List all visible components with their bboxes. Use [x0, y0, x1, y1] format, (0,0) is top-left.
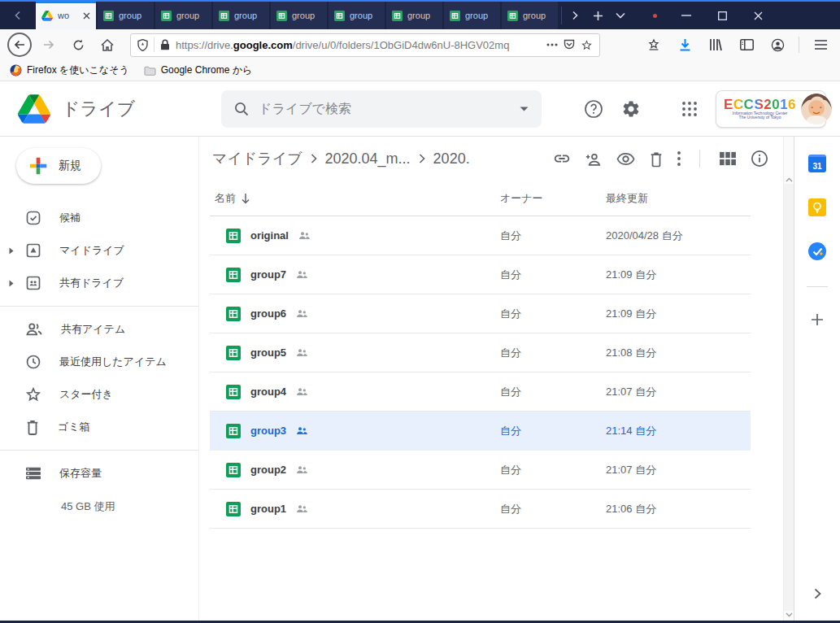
tab-group-sheet[interactable]: group — [213, 2, 269, 29]
breadcrumb-leaf[interactable]: 2020. — [433, 150, 470, 168]
tab-drive-active[interactable]: wo — [36, 2, 96, 29]
sidebar-item-shared-with-me[interactable]: 共有アイテム — [0, 313, 198, 346]
tab-group-sheet[interactable]: group — [98, 2, 154, 29]
avatar[interactable] — [801, 94, 832, 124]
list-all-tabs-icon[interactable] — [609, 2, 632, 29]
menu-icon[interactable] — [807, 32, 833, 58]
scroll-down-icon[interactable] — [786, 612, 793, 617]
breadcrumb-root[interactable]: マイドライブ — [212, 149, 302, 168]
sheets-file-icon — [226, 307, 241, 321]
tab-close-icon[interactable] — [83, 12, 90, 20]
hide-panel-chevron-icon[interactable] — [814, 588, 821, 599]
sidebar-item-trash[interactable]: ゴミ箱 — [0, 411, 198, 443]
sheets-file-icon — [226, 502, 241, 516]
lock-icon[interactable] — [160, 39, 170, 50]
recent-bookmarks-icon[interactable] — [641, 32, 667, 58]
tab-group-sheet[interactable]: group — [502, 2, 558, 29]
sidebar-item-recent[interactable]: 最近使用したアイテム — [0, 346, 198, 378]
google-apps-grid-icon[interactable] — [681, 101, 698, 117]
table-row[interactable]: group1 自分 21:06 自分 — [210, 490, 751, 529]
info-icon[interactable] — [751, 150, 768, 168]
urlbar-divider — [154, 37, 155, 52]
forward-button[interactable] — [36, 32, 62, 58]
sheets-favicon-icon — [161, 11, 172, 21]
search-options-caret-icon[interactable] — [520, 107, 529, 111]
help-icon[interactable] — [584, 99, 603, 119]
search-box[interactable] — [221, 90, 542, 128]
table-row[interactable]: original 自分 2020/04/28 自分 — [210, 216, 751, 255]
share-add-person-icon[interactable] — [585, 151, 603, 167]
firefox-icon — [10, 64, 22, 76]
tab-group-sheet[interactable]: group — [386, 2, 442, 29]
table-row[interactable]: group2 自分 21:07 自分 — [210, 451, 751, 490]
new-tab-icon[interactable] — [586, 2, 609, 29]
shared-people-icon — [296, 348, 308, 357]
column-header-name[interactable]: 名前 — [215, 191, 500, 206]
minimize-button[interactable] — [668, 2, 704, 29]
account-icon[interactable] — [764, 32, 790, 58]
get-link-icon[interactable] — [553, 150, 571, 168]
maximize-button[interactable] — [704, 2, 740, 29]
vertical-scrollbar[interactable] — [783, 137, 794, 621]
sidebar-item-starred[interactable]: スター付き — [0, 378, 198, 411]
breadcrumb-mid[interactable]: 2020.04_m... — [325, 150, 411, 168]
breadcrumb-toolbar: マイドライブ 2020.04_m... 2020. — [199, 137, 783, 181]
back-button[interactable] — [7, 32, 33, 58]
more-actions-icon[interactable] — [677, 151, 681, 166]
column-header-owner[interactable]: オーナー — [500, 191, 606, 206]
bookmark-star-icon[interactable] — [581, 39, 593, 51]
scroll-up-icon[interactable] — [786, 177, 793, 182]
sidebar-item-storage[interactable]: 保存容量 — [0, 457, 198, 490]
url-bar[interactable]: https://drive.google.com/drive/u/0/folde… — [130, 33, 600, 57]
shared-people-icon — [296, 387, 308, 396]
account-badge[interactable]: ECCS2016 Information Technology Center T… — [716, 90, 826, 128]
tab-group-sheet[interactable]: group — [444, 2, 500, 29]
delete-trash-icon[interactable] — [649, 150, 664, 168]
sidebar-item-shared-drives[interactable]: 共有ドライブ — [0, 267, 198, 299]
grid-view-icon[interactable] — [719, 151, 737, 166]
new-button[interactable]: 新規 — [16, 148, 101, 184]
table-row[interactable]: group4 自分 21:07 自分 — [210, 372, 751, 412]
shared-drives-icon — [25, 275, 41, 291]
downloads-icon[interactable] — [672, 32, 698, 58]
tab-group-sheet[interactable]: group — [329, 2, 385, 29]
expand-arrow-icon[interactable] — [9, 247, 14, 255]
scroll-tabs-left-icon[interactable] — [0, 2, 36, 29]
column-header-modified[interactable]: 最終更新 — [606, 191, 648, 206]
rail-divider — [807, 286, 828, 287]
tab-group-sheet[interactable]: group — [271, 2, 327, 29]
table-row[interactable]: group5 自分 21:08 自分 — [210, 333, 751, 372]
tasks-icon[interactable] — [808, 242, 826, 260]
page-actions-icon[interactable] — [546, 43, 558, 46]
shared-people-icon — [298, 231, 311, 240]
library-icon[interactable] — [703, 32, 729, 58]
tab-group-sheet[interactable]: group — [155, 2, 211, 29]
toolbar-divider — [699, 150, 700, 168]
scrollbar-track[interactable] — [784, 184, 794, 611]
reload-button[interactable] — [65, 32, 91, 58]
bookmark-folder-chrome[interactable]: Google Chrome から — [144, 63, 253, 77]
tracking-protection-shield-icon[interactable] — [137, 39, 148, 51]
sidebar-item-my-drive[interactable]: マイドライブ — [0, 234, 198, 267]
scroll-tabs-right-icon[interactable] — [564, 2, 586, 29]
sidebar-item-priority[interactable]: 候補 — [0, 202, 198, 234]
sidebar-toggle-icon[interactable] — [733, 32, 759, 58]
table-row-selected[interactable]: group3 自分 21:14 自分 — [210, 412, 751, 451]
home-button[interactable] — [94, 32, 120, 58]
table-row[interactable]: group7 自分 21:09 自分 — [210, 255, 751, 294]
search-input[interactable] — [259, 102, 510, 116]
pocket-icon[interactable] — [564, 39, 575, 50]
drive-logo-area[interactable]: ドライブ — [0, 94, 199, 124]
settings-gear-icon[interactable] — [621, 99, 641, 119]
bookmark-firefox[interactable]: Firefox を使いこなそう — [10, 63, 129, 77]
shared-people-icon — [296, 309, 308, 318]
calendar-icon[interactable]: 31 — [808, 155, 826, 172]
org-brand-name: ECCS2016 — [724, 98, 796, 111]
table-row[interactable]: group6 自分 21:09 自分 — [210, 294, 751, 333]
add-addon-plus-icon[interactable] — [811, 313, 824, 326]
close-window-button[interactable] — [740, 2, 776, 29]
keep-icon[interactable] — [808, 198, 826, 216]
expand-arrow-icon[interactable] — [9, 280, 14, 287]
search-icon[interactable] — [234, 102, 249, 116]
preview-eye-icon[interactable] — [616, 152, 635, 166]
